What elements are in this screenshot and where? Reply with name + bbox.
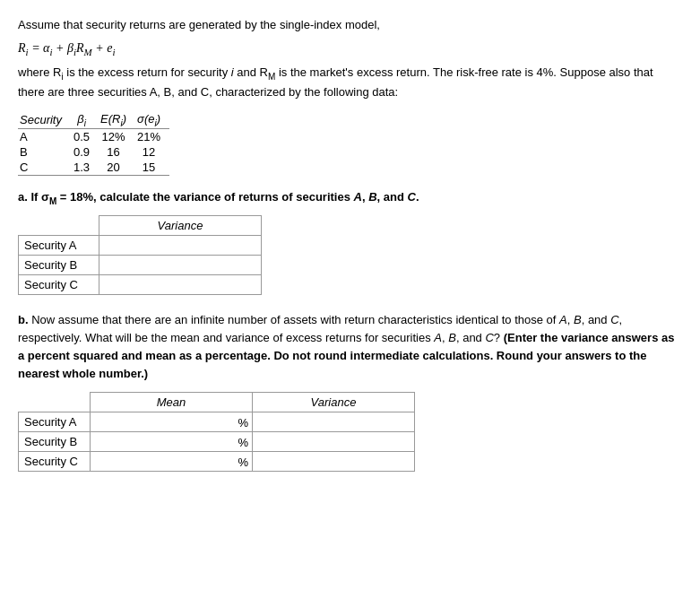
security-b-beta: 0.9	[72, 144, 99, 160]
formula-display: Ri = αi + βiRM + ei	[18, 41, 682, 57]
col-header-eri: E(Ri)	[99, 111, 135, 129]
col-header-beta: βi	[72, 111, 99, 129]
part-b-security-c-mean-input[interactable]	[94, 454, 232, 469]
security-b-sigma: 12	[135, 144, 169, 160]
securities-data-table: Security βi E(Ri) σ(ei) A 0.5 12% 21% B …	[18, 111, 169, 177]
intro-description: where Ri is the excess return for securi…	[18, 64, 682, 101]
percent-sign: %	[238, 455, 248, 468]
part-b-row-b-label: Security B	[19, 432, 91, 452]
security-b-label: B	[18, 144, 72, 160]
part-b-table: Mean Variance Security A % Security B %	[18, 392, 415, 472]
part-b-row-a-mean-cell[interactable]: %	[91, 412, 253, 432]
part-b-security-b-mean-input[interactable]	[94, 434, 232, 449]
percent-sign: %	[238, 415, 248, 429]
table-row: Security A	[19, 235, 262, 255]
part-a-table: Variance Security A Security B Security …	[18, 215, 262, 295]
percent-sign: %	[238, 435, 248, 448]
part-b-col-variance: Variance	[253, 393, 415, 412]
table-row: Security C	[19, 274, 262, 294]
table-row: B 0.9 16 12	[18, 144, 169, 160]
part-b-row-b-variance-cell[interactable]	[253, 432, 415, 452]
security-a-sigma: 21%	[135, 129, 169, 145]
part-b-security-c-variance-input[interactable]	[256, 454, 410, 469]
security-b-eri: 16	[99, 144, 135, 160]
part-b-row-c-label: Security C	[19, 452, 91, 472]
part-a-row-b-input-cell[interactable]	[99, 255, 262, 274]
part-b-security-a-mean-input[interactable]	[94, 414, 232, 430]
part-b-label: b.	[18, 313, 29, 326]
table-row: Security B	[19, 255, 262, 274]
intro-line1: Assume that security returns are generat…	[18, 16, 682, 34]
security-c-label: C	[18, 160, 72, 176]
security-c-beta: 1.3	[72, 160, 99, 176]
part-b-col-mean: Mean	[91, 393, 253, 412]
part-a-row-a-input-cell[interactable]	[99, 235, 262, 255]
col-header-sigma: σ(ei)	[135, 111, 169, 129]
part-b-security-a-variance-input[interactable]	[256, 414, 410, 430]
part-b-row-c-mean-cell[interactable]: %	[91, 452, 253, 472]
col-header-security: Security	[18, 111, 72, 129]
part-a-row-c-label: Security C	[19, 274, 99, 294]
part-b-hint: (Enter the variance answers as a percent…	[18, 331, 674, 380]
part-a-security-b-variance-input[interactable]	[103, 257, 257, 273]
part-b-instruction: b. Now assume that there are an infinite…	[18, 311, 682, 384]
security-a-eri: 12%	[99, 129, 135, 145]
part-a-col-variance: Variance	[99, 215, 262, 235]
part-a-security-c-variance-input[interactable]	[103, 277, 257, 292]
part-b-security-b-variance-input[interactable]	[256, 434, 410, 449]
part-b-row-a-label: Security A	[19, 412, 91, 432]
part-a-row-b-label: Security B	[19, 255, 99, 274]
security-c-eri: 20	[99, 160, 135, 176]
security-c-sigma: 15	[135, 160, 169, 176]
part-a-row-c-input-cell[interactable]	[99, 274, 262, 294]
table-row: Security A %	[19, 412, 415, 432]
security-a-label: A	[18, 129, 72, 145]
part-b-row-c-variance-cell[interactable]	[253, 452, 415, 472]
part-a-label: a.	[18, 190, 28, 204]
part-b-row-a-variance-cell[interactable]	[253, 412, 415, 432]
security-a-beta: 0.5	[72, 129, 99, 145]
table-row: Security B %	[19, 432, 415, 452]
part-b-row-b-mean-cell[interactable]: %	[91, 432, 253, 452]
part-a-security-a-variance-input[interactable]	[103, 238, 257, 253]
part-a-instruction: a. If σM = 18%, calculate the variance o…	[18, 188, 682, 208]
table-row: A 0.5 12% 21%	[18, 129, 169, 145]
table-row: C 1.3 20 15	[18, 160, 169, 176]
table-row: Security C %	[19, 452, 415, 472]
part-a-row-a-label: Security A	[19, 235, 99, 255]
